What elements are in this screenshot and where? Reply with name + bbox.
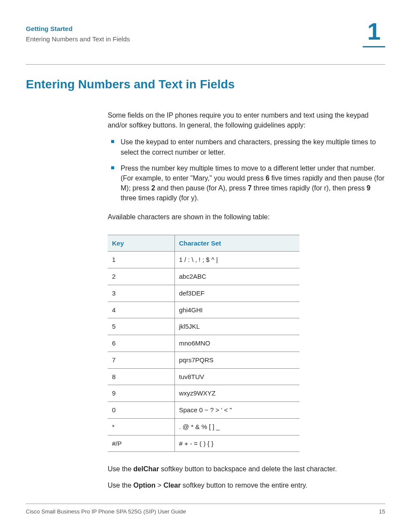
cell-charset: wxyz9WXYZ: [174, 385, 299, 402]
col-header-key: Key: [108, 235, 174, 252]
table-header-row: Key Character Set: [108, 235, 299, 252]
table-row: #/P# + - = ( ) { }: [108, 435, 299, 452]
footer-doc-title: Cisco Small Business Pro IP Phone SPA 52…: [26, 508, 186, 515]
table-row: 9wxyz9WXYZ: [108, 385, 299, 402]
cell-key: 1: [108, 252, 174, 268]
table-row: 4ghi4GHI: [108, 302, 299, 318]
table-row: 0Space 0 ~ ? > ' < ": [108, 402, 299, 419]
body-content: Some fields on the IP phones require you…: [108, 110, 385, 490]
section-subtitle: Entering Numbers and Text in Fields: [26, 34, 385, 44]
cell-charset: mno6MNO: [174, 335, 299, 352]
cell-key: 3: [108, 285, 174, 302]
cell-key: 0: [108, 402, 174, 419]
cell-charset: pqrs7PQRS: [174, 352, 299, 368]
key-ref: 7: [248, 184, 252, 192]
cell-key: *: [108, 418, 174, 435]
cell-charset: Space 0 ~ ? > ' < ": [174, 402, 299, 419]
cell-charset: . @ * & % [ ] _: [174, 418, 299, 435]
chapter-number-box: 1: [363, 19, 385, 47]
list-item: Press the number key multiple times to m…: [108, 163, 385, 203]
key-ref: 9: [367, 184, 371, 192]
text: softkey button to remove the entire entr…: [181, 482, 307, 489]
cell-key: 7: [108, 352, 174, 368]
softkey-ref: delChar: [134, 465, 159, 473]
list-item: Use the keypad to enter numbers and char…: [108, 137, 385, 157]
key-ref: 2: [151, 184, 155, 192]
table-intro: Available characters are shown in the fo…: [108, 212, 385, 222]
intro-paragraph: Some fields on the IP phones require you…: [108, 110, 385, 130]
table-row: 8tuv8TUV: [108, 368, 299, 385]
list-item-text: and then pause (for A), press: [155, 184, 248, 192]
softkey-ref: Clear: [163, 482, 181, 489]
page: Getting Started Entering Numbers and Tex…: [0, 0, 411, 532]
cell-charset: def3DEF: [174, 285, 299, 302]
table-row: *. @ * & % [ ] _: [108, 418, 299, 435]
cell-key: #/P: [108, 435, 174, 452]
cell-key: 8: [108, 368, 174, 385]
cell-charset: ghi4GHI: [174, 302, 299, 318]
table-row: 7pqrs7PQRS: [108, 352, 299, 368]
table-row: 2abc2ABC: [108, 268, 299, 285]
text: >: [156, 482, 163, 489]
chapter-title: Getting Started: [26, 24, 385, 34]
col-header-charset: Character Set: [174, 235, 299, 252]
cell-charset: jkl5JKL: [174, 318, 299, 335]
cell-charset: tuv8TUV: [174, 368, 299, 385]
page-header: Getting Started Entering Numbers and Tex…: [26, 24, 385, 62]
cell-charset: 1 / : \ , ! ; $ ^ |: [174, 252, 299, 268]
page-title: Entering Numbers and Text in Fields: [26, 78, 385, 91]
guideline-list: Use the keypad to enter numbers and char…: [108, 137, 385, 203]
cell-charset: abc2ABC: [174, 268, 299, 285]
character-set-table: Key Character Set 11 / : \ , ! ; $ ^ |2a…: [108, 235, 299, 452]
cell-key: 6: [108, 335, 174, 352]
list-item-text: Use the keypad to enter numbers and char…: [121, 138, 376, 156]
chapter-number: 1: [363, 19, 385, 44]
softkey-ref: Option: [134, 482, 156, 489]
cell-key: 5: [108, 318, 174, 335]
table-row: 3def3DEF: [108, 285, 299, 302]
delchar-paragraph: Use the delChar softkey button to backsp…: [108, 464, 385, 474]
text: Use the: [108, 482, 134, 489]
header-rule: [26, 64, 385, 65]
page-footer: Cisco Small Business Pro IP Phone SPA 52…: [26, 504, 385, 515]
header-left: Getting Started Entering Numbers and Tex…: [26, 24, 385, 44]
list-item-text: three times rapidly (for y).: [121, 194, 199, 202]
chapter-underline: [363, 46, 385, 47]
text: Use the: [108, 465, 134, 473]
list-item-text: three times rapidly (for r), then press: [252, 184, 367, 192]
footer-page-number: 15: [379, 508, 385, 515]
table-row: 11 / : \ , ! ; $ ^ |: [108, 252, 299, 268]
cell-key: 2: [108, 268, 174, 285]
cell-charset: # + - = ( ) { }: [174, 435, 299, 452]
cell-key: 4: [108, 302, 174, 318]
cell-key: 9: [108, 385, 174, 402]
table-row: 6mno6MNO: [108, 335, 299, 352]
text: softkey button to backspace and delete t…: [159, 465, 337, 473]
option-clear-paragraph: Use the Option > Clear softkey button to…: [108, 480, 385, 490]
table-row: 5jkl5JKL: [108, 318, 299, 335]
